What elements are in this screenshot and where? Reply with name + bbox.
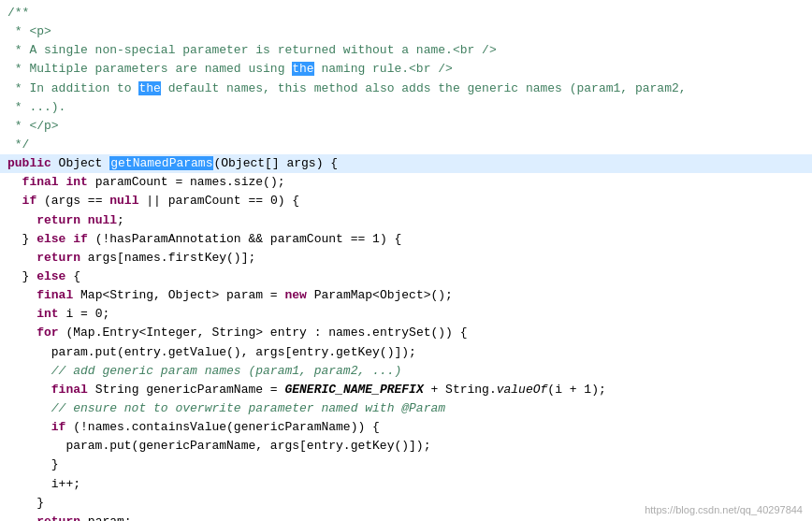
code-line-9: public Object getNamedParams(Object[] ar…: [0, 154, 812, 173]
code-line-7: * </p>: [0, 117, 812, 136]
code-line-23: if (!names.containsValue(genericParamNam…: [0, 418, 812, 437]
code-line-25: }: [0, 456, 812, 474]
code-line-15: } else {: [0, 268, 812, 286]
code-line-17: int i = 0;: [0, 305, 812, 324]
code-line-14: return args[names.firstKey()];: [0, 249, 812, 268]
code-line-20: // add generic param names (param1, para…: [0, 362, 812, 381]
code-line-4: * Multiple parameters are named using th…: [0, 60, 812, 79]
code-line-18: for (Map.Entry<Integer, String> entry : …: [0, 324, 812, 342]
code-line-11: if (args == null || paramCount == 0) {: [0, 192, 812, 210]
code-line-6: * ...).: [0, 98, 812, 117]
code-line-12: return null;: [0, 211, 812, 230]
code-line-1: /**: [0, 4, 812, 22]
code-container: /** * <p> * A single non-special paramet…: [0, 0, 812, 521]
code-line-5: * In addition to the default names, this…: [0, 80, 812, 98]
code-line-24: param.put(genericParamName, args[entry.g…: [0, 437, 812, 456]
code-line-19: param.put(entry.getValue(), args[entry.g…: [0, 343, 812, 362]
code-line-26: i++;: [0, 475, 812, 494]
code-line-2: * <p>: [0, 22, 812, 41]
code-line-13: } else if (!hasParamAnnotation && paramC…: [0, 230, 812, 249]
code-line-21: final String genericParamName = GENERIC_…: [0, 381, 812, 399]
code-line-16: final Map<String, Object> param = new Pa…: [0, 286, 812, 305]
watermark: https://blog.csdn.net/qq_40297844: [645, 504, 803, 515]
code-line-3: * A single non-special parameter is retu…: [0, 41, 812, 60]
code-line-10: final int paramCount = names.size();: [0, 173, 812, 192]
code-line-8: */: [0, 136, 812, 154]
code-line-22: // ensure not to overwrite parameter nam…: [0, 399, 812, 418]
